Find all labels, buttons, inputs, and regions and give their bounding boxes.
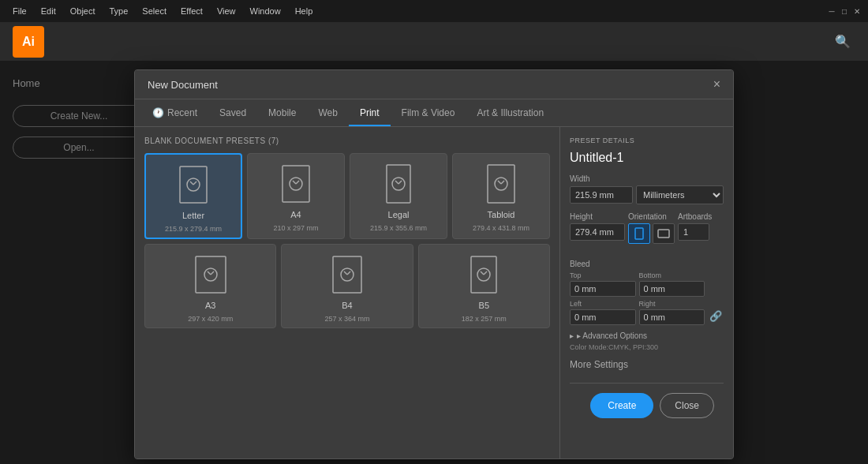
link-bleed-button[interactable]: 🔗: [708, 310, 724, 322]
width-unit-select[interactable]: Millimeters: [636, 185, 724, 204]
orientation-label: Orientation: [628, 212, 675, 221]
svg-line-18: [208, 271, 211, 275]
preset-legal-name: Legal: [388, 210, 410, 219]
preset-a3-icon: [191, 253, 230, 296]
preset-b4-name: B4: [342, 301, 352, 310]
new-document-dialog: New Document × 🕐 Recent Saved Mobile Web…: [134, 69, 734, 459]
tab-saved[interactable]: Saved: [208, 99, 257, 126]
bleed-left-input[interactable]: [570, 309, 636, 325]
menu-view[interactable]: View: [211, 5, 242, 17]
preset-b5-size: 182 x 257 mm: [462, 315, 507, 323]
orientation-buttons: [628, 223, 675, 244]
tab-mobile[interactable]: Mobile: [257, 99, 307, 126]
preset-tabloid-size: 279.4 x 431.8 mm: [473, 224, 529, 232]
svg-line-26: [481, 271, 484, 275]
dialog-title: New Document: [148, 79, 218, 91]
dialog-header: New Document ×: [135, 70, 733, 99]
bleed-row: Top Bottom Left: [570, 271, 724, 325]
minimize-button[interactable]: ─: [827, 6, 836, 16]
bleed-top-field: Top: [570, 271, 636, 297]
tab-web[interactable]: Web: [307, 99, 348, 126]
create-button[interactable]: Create: [590, 393, 653, 418]
preset-a3-size: 297 x 420 mm: [188, 315, 233, 323]
maximize-button[interactable]: □: [840, 6, 849, 16]
svg-line-11: [398, 181, 402, 184]
menu-file[interactable]: File: [6, 5, 33, 17]
menu-edit[interactable]: Edit: [35, 5, 62, 17]
preset-b4[interactable]: B4 257 x 364 mm: [281, 244, 413, 328]
preset-a4-name: A4: [290, 210, 301, 219]
portrait-button[interactable]: [628, 223, 650, 244]
preset-letter-name: Letter: [182, 211, 204, 220]
height-label: Height: [570, 212, 625, 221]
menu-object[interactable]: Object: [64, 5, 102, 17]
tab-recent[interactable]: 🕐 Recent: [141, 99, 208, 126]
advanced-options-toggle[interactable]: ▸ ▸ Advanced Options: [570, 331, 724, 340]
preset-a3-name: A3: [205, 301, 215, 310]
bleed-right-input[interactable]: [639, 309, 705, 325]
more-settings-button[interactable]: More Settings: [570, 359, 724, 370]
close-dialog-button[interactable]: Close: [660, 393, 714, 418]
svg-line-22: [344, 271, 347, 275]
bleed-title: Bleed: [570, 260, 724, 268]
bleed-right-field: Right: [639, 300, 705, 325]
preset-b5-icon: [464, 253, 503, 296]
preset-a3[interactable]: A3 297 x 420 mm: [144, 244, 276, 328]
preset-b5-name: B5: [479, 301, 489, 310]
presets-header: BLANK DOCUMENT PRESETS (7): [144, 137, 550, 145]
height-input[interactable]: [570, 223, 625, 241]
window-controls: ─ □ ✕: [827, 6, 862, 16]
preset-a4[interactable]: A4 210 x 297 mm: [247, 153, 345, 239]
menu-type[interactable]: Type: [103, 5, 135, 17]
svg-line-6: [293, 181, 296, 184]
width-input[interactable]: [570, 186, 633, 204]
artboards-label: Artboards: [678, 212, 724, 221]
app-logo: Ai: [13, 26, 44, 58]
menu-effect[interactable]: Effect: [174, 5, 209, 17]
artboards-field-group: Artboards: [678, 212, 724, 244]
tab-art-illustration[interactable]: Art & Illustration: [466, 99, 555, 126]
preset-tabloid[interactable]: Tabloid 279.4 x 431.8 mm: [452, 153, 550, 239]
chevron-right-icon: ▸: [570, 331, 574, 340]
svg-line-14: [498, 181, 501, 184]
app-header: Ai 🔍: [0, 22, 868, 62]
artboards-input[interactable]: [678, 223, 709, 241]
bleed-section: Bleed Top Bottom Le: [570, 260, 724, 325]
preset-letter[interactable]: Letter 215.9 x 279.4 mm: [144, 153, 242, 239]
tab-print[interactable]: Print: [349, 99, 391, 126]
dialog-footer: Create Close: [570, 383, 724, 428]
color-mode-text: Color Mode:CMYK, PPI:300: [570, 343, 724, 351]
preset-letter-size: 215.9 x 279.4 mm: [165, 225, 222, 233]
preset-legal[interactable]: Legal 215.9 x 355.6 mm: [350, 153, 447, 239]
bleed-bottom-input[interactable]: [639, 281, 705, 297]
landscape-button[interactable]: [653, 223, 675, 244]
preset-a4-size: 210 x 297 mm: [273, 224, 318, 232]
bleed-bottom-label: Bottom: [639, 271, 705, 279]
clock-icon: 🕐: [152, 107, 164, 118]
details-section-title: PRESET DETAILS: [570, 137, 724, 144]
width-row: Millimeters: [570, 185, 724, 204]
svg-line-10: [395, 181, 398, 184]
preset-b5[interactable]: B5 182 x 257 mm: [418, 244, 550, 328]
bleed-bottom-field: Bottom: [639, 271, 705, 297]
close-button[interactable]: ✕: [852, 6, 862, 16]
menu-help[interactable]: Help: [289, 5, 320, 17]
svg-line-23: [347, 271, 350, 275]
svg-line-27: [484, 271, 487, 275]
dialog-close-button[interactable]: ×: [713, 78, 720, 91]
menu-window[interactable]: Window: [244, 5, 287, 17]
preset-b4-icon: [327, 253, 367, 296]
width-label: Width: [570, 174, 724, 183]
bleed-top-input[interactable]: [570, 281, 636, 297]
tab-film-video[interactable]: Film & Video: [391, 99, 466, 126]
width-field-group: Width Millimeters: [570, 174, 724, 204]
presets-panel: BLANK DOCUMENT PRESETS (7): [135, 127, 559, 458]
svg-rect-29: [658, 230, 669, 238]
dialog-tabs: 🕐 Recent Saved Mobile Web Print Film & V…: [135, 99, 733, 127]
orientation-field-group: Orientation: [628, 212, 675, 244]
preset-tabloid-name: Tabloid: [488, 210, 515, 219]
menu-select[interactable]: Select: [136, 5, 173, 17]
search-button[interactable]: 🔍: [830, 29, 855, 54]
svg-line-3: [193, 181, 196, 185]
preset-tabloid-icon: [481, 162, 521, 205]
